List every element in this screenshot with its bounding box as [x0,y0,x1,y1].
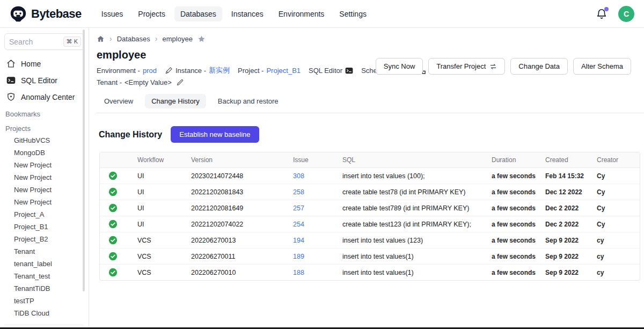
cell-created: Dec 12 2022 [541,184,592,200]
search-box: ⌘ K [4,33,84,50]
sidebar-project-item[interactable]: testTP [4,295,84,307]
sidebar-item-sql-editor[interactable]: SQL Editor [4,72,84,89]
bookmark-star-icon[interactable] [197,35,206,43]
sidebar-project-item[interactable]: New Project [4,159,84,171]
cell-creator: cy [592,265,640,281]
cell-version: 20221202081843 [187,184,289,200]
cell-sql: create table test78 (id int PRIMARY KEY) [338,184,487,200]
bytebase-logo-icon [10,5,27,23]
table-row[interactable]: UI 20221202074022 254 create table test1… [100,216,640,232]
main-nav: Issues Projects Databases Instances Envi… [96,6,372,21]
issue-link[interactable]: 189 [289,248,338,265]
sidebar-item-home[interactable]: Home [4,55,84,72]
issue-link[interactable]: 194 [289,232,338,248]
cell-creator: Cy [592,216,640,232]
sidebar-project-item[interactable]: TiDB Cloud [4,307,84,319]
issue-link[interactable]: 188 [289,265,338,281]
database-actions: Sync Now Transfer Project Change Data Al… [376,58,631,75]
main-content: › Databases › employee employee Environm… [89,28,644,329]
table-row[interactable]: VCS 202206270011 189 insert into test va… [100,248,640,265]
col-creator: Creator [592,152,640,168]
alter-schema-button[interactable]: Alter Schema [573,58,631,75]
cell-duration: a few seconds [487,168,541,184]
user-avatar[interactable]: C [618,6,634,22]
tab-overview[interactable]: Overview [98,94,140,108]
cell-workflow: UI [133,200,187,216]
table-row[interactable]: VCS 202206270013 194 insert into test va… [100,232,640,248]
sidebar-project-item[interactable]: Project_A [4,208,84,221]
cell-version: 202206270010 [187,265,289,281]
success-check-icon [108,252,118,261]
cell-version: 202206270013 [187,232,289,248]
sidebar-item-label: Anomaly Center [21,93,75,101]
issue-link[interactable]: 308 [289,168,338,184]
sidebar-project-item[interactable]: MongoDB [4,147,84,159]
table-row[interactable]: UI 20221202081843 258 create table test7… [100,184,640,200]
sidebar-project-item[interactable]: Tenant_test [4,270,84,282]
edit-pencil-icon[interactable] [176,78,184,86]
cell-created: Feb 14 15:32 [541,168,592,184]
nav-settings[interactable]: Settings [333,6,372,21]
table-row[interactable]: UI 20230214072448 308 insert into test v… [100,168,640,184]
table-row[interactable]: UI 20221202081649 257 create table test7… [100,200,640,216]
database-tabs: Overview Change History Backup and resto… [97,94,644,113]
bytebase-logo[interactable]: Bytebase [10,5,82,23]
col-status [100,152,133,168]
instance-label: Instance - [175,67,206,75]
app-title: Bytebase [31,7,82,21]
breadcrumb-employee[interactable]: employee [163,35,193,43]
change-history-heading: Change History [99,130,162,140]
cell-sql: insert into test values(1) [338,265,487,281]
sidebar-scrollbar[interactable] [83,30,85,291]
cell-version: 20221202081649 [187,200,289,216]
issue-link[interactable]: 257 [289,200,338,216]
nav-instances[interactable]: Instances [225,6,269,21]
sync-now-button[interactable]: Sync Now [376,58,423,75]
sidebar-project-item[interactable]: New Project [4,196,84,208]
button-label: Sync Now [384,62,415,70]
home-icon[interactable] [97,35,105,43]
tab-backup-restore[interactable]: Backup and restore [211,94,285,108]
nav-environments[interactable]: Environments [273,6,331,21]
instance-link[interactable]: 新实例 [209,65,230,75]
sidebar-project-item[interactable]: Project_B1 [4,221,84,233]
terminal-icon [6,76,16,85]
transfer-project-button[interactable]: Transfer Project [428,58,505,75]
success-check-icon [108,203,118,213]
environment-link[interactable]: prod [143,67,157,75]
table-row[interactable]: VCS 202206270010 188 insert into test va… [100,265,640,281]
establish-baseline-button[interactable]: Establish new baseline [171,126,259,143]
issue-link[interactable]: 258 [289,184,338,200]
nav-databases[interactable]: Databases [174,6,222,21]
nav-projects[interactable]: Projects [132,6,171,21]
col-sql: SQL [338,152,487,168]
button-label: Alter Schema [581,62,623,70]
tab-change-history[interactable]: Change History [145,94,206,108]
cell-duration: a few seconds [487,216,541,232]
change-data-button[interactable]: Change Data [510,58,568,75]
sidebar-item-anomaly-center[interactable]: Anomaly Center [4,89,84,105]
tenant-label: Tenant - [97,78,122,86]
sidebar-project-item[interactable]: TenantTiDB [4,282,84,295]
breadcrumb-databases[interactable]: Databases [117,35,150,43]
search-input[interactable] [9,38,51,46]
project-link[interactable]: Project_B1 [266,67,301,75]
notifications-bell-icon[interactable] [596,8,608,20]
sidebar-project-item[interactable]: New Project [4,184,84,196]
sidebar-project-item[interactable]: Project_B2 [4,233,84,245]
sql-editor-link[interactable]: SQL Editor [309,67,353,75]
cell-created: Dec 2 2022 [541,200,592,216]
table-header-row: Workflow Version Issue SQL Duration Crea… [100,152,640,168]
nav-issues[interactable]: Issues [96,6,129,21]
sidebar-project-item[interactable]: Tenant [4,245,84,258]
cell-duration: a few seconds [487,200,541,216]
breadcrumb-separator: › [109,34,112,43]
tenant-value: <Empty Value> [125,78,172,86]
sidebar-project-item[interactable]: GitHubVCS [4,134,84,147]
search-shortcut-badge: ⌘ K [63,36,81,47]
sidebar-project-item[interactable]: tenant_label [4,258,84,270]
cell-sql: insert into test values(1) [338,248,487,265]
success-check-icon [108,171,118,180]
sidebar-project-item[interactable]: New Project [4,171,84,184]
issue-link[interactable]: 254 [289,216,338,232]
